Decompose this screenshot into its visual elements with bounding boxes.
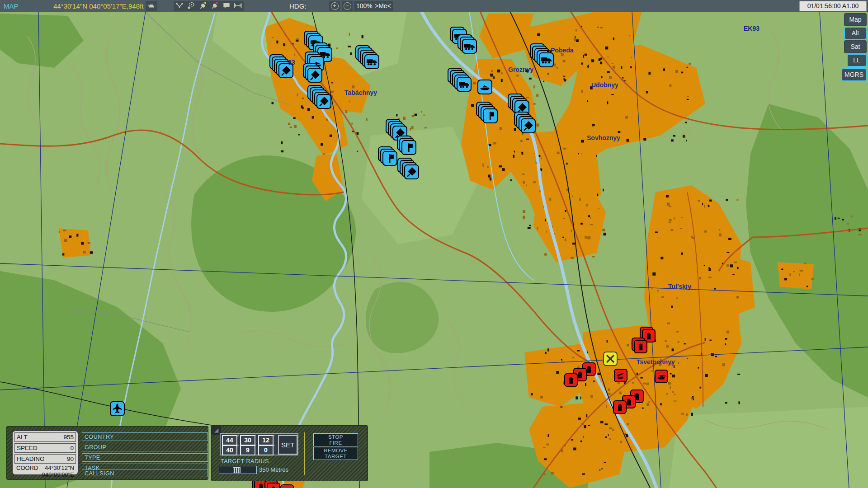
lat-sec-input[interactable]: 12 — [258, 435, 274, 446]
unit-aircraft[interactable] — [110, 401, 125, 416]
group-field: GROUP — [82, 443, 208, 451]
center-on-me-button[interactable]: >Me< — [373, 1, 393, 11]
unit-diamond[interactable] — [307, 68, 322, 83]
unit-flag[interactable] — [483, 108, 498, 123]
town-label: Groznyy — [508, 66, 533, 73]
map-overlay: TabáchnyyGroznyyPobedaUdobnyySovhoznyyTu… — [0, 0, 868, 488]
unit-bunker[interactable] — [564, 373, 578, 387]
town-label: Tsvetochnyy — [637, 358, 675, 366]
town-label: Pobeda — [547, 47, 574, 54]
unit-bunker[interactable] — [634, 340, 647, 353]
lon-sec-input[interactable]: 0 — [258, 445, 274, 455]
mgrs-coords-button[interactable]: MGRS — [841, 68, 867, 81]
target-coordinate-grid: 44 ° 30 ' 12 " 40 ° 9 ' 0 " SET — [220, 433, 298, 455]
alt-layer-button[interactable]: Alt — [844, 27, 867, 40]
unit-filter-button[interactable] — [146, 1, 157, 11]
sec-mark: " — [273, 444, 275, 449]
measure-tool-button[interactable] — [232, 1, 244, 11]
alt-row: ALT955 — [14, 432, 76, 442]
panel-divider — [304, 432, 305, 475]
deg-mark: ° — [237, 434, 239, 439]
radar-red-icon — [210, 1, 219, 12]
map-layer-button[interactable]: Map — [844, 13, 867, 26]
set-coordinates-button[interactable]: SET — [278, 435, 297, 455]
min-mark: ' — [255, 434, 256, 439]
route-tool-button[interactable] — [174, 1, 185, 11]
radar-off-button[interactable] — [209, 1, 221, 11]
lat-deg-input[interactable]: 44 — [222, 435, 237, 446]
sat-layer-button[interactable]: Sat — [844, 40, 867, 53]
target-radius-slider[interactable] — [219, 466, 257, 474]
message-icon — [222, 1, 231, 12]
town-label: Sovhoznyy — [587, 134, 620, 141]
message-tool-button[interactable] — [221, 1, 232, 11]
unit-tank[interactable] — [655, 370, 668, 383]
unit-diamond[interactable] — [404, 164, 419, 179]
telemetry-box: ALT955 SPEED0 HEADING90 COORD 44°30'12"N… — [12, 430, 79, 475]
callsign-field: CALLSIGN — [82, 469, 208, 477]
unit-bunker[interactable] — [267, 483, 280, 488]
unit-flag[interactable] — [401, 140, 416, 155]
dcs-f10-map-screen: TabáchnyyGroznyyPobedaUdobnyySovhoznyyTu… — [0, 0, 868, 488]
remove-target-button[interactable]: REMOVETARGET — [313, 447, 358, 460]
town-marker-dot — [547, 50, 549, 52]
radar-on-button[interactable] — [197, 1, 209, 11]
sec-mark: " — [273, 434, 275, 439]
zoom-in-button[interactable]: + — [329, 1, 340, 11]
unit-diamond[interactable] — [521, 118, 536, 133]
mission-time-display: 01/01:56:00 A1.00 — [799, 1, 867, 11]
ruler-icon — [233, 1, 242, 12]
map-mode-label: MAP — [4, 2, 19, 10]
unit-bunker[interactable] — [280, 484, 294, 488]
deg-mark: ° — [237, 444, 239, 449]
targeting-tool-button[interactable] — [185, 1, 197, 11]
target-radius-label: TARGET RADIUS — [221, 458, 269, 465]
country-field: COUNTRY — [82, 432, 208, 441]
slider-handle[interactable] — [233, 467, 241, 473]
unit-diamond[interactable] — [316, 94, 331, 109]
unit-flag[interactable] — [382, 151, 397, 166]
town-label: Tabáchnyy — [344, 89, 377, 96]
town-label: Udobnyy — [591, 81, 618, 89]
zoom-level-display: 100% — [354, 1, 375, 11]
town-label: Tul'skiy — [668, 283, 691, 290]
zoom-out-button[interactable]: − — [342, 1, 353, 11]
type-field: TYPE — [82, 453, 208, 462]
unit-truck[interactable] — [539, 52, 554, 67]
grid-square-label: EK93 — [744, 25, 760, 32]
unit-truck[interactable] — [462, 39, 477, 54]
cursor-coordinates: 44°30'14"N 040°05'17"E,948ft — [53, 2, 143, 10]
target-control-panel: ◢ 44 ° 30 ' 12 " 40 ° 9 ' 0 " SET TARGET… — [211, 425, 368, 481]
coord-row: COORD 44°30'12"N040°09'00"E — [16, 465, 74, 478]
unit-info-panel: ALT955 SPEED0 HEADING90 COORD 44°30'12"N… — [6, 426, 208, 480]
ll-coords-button[interactable]: LL — [847, 54, 867, 67]
tank-icon — [147, 1, 156, 12]
unit-truck[interactable] — [364, 54, 379, 69]
unit-boat[interactable] — [477, 80, 492, 94]
route-icon — [175, 1, 184, 12]
unit-rotor[interactable] — [603, 352, 618, 366]
min-mark: ' — [255, 444, 256, 449]
target-gear-icon — [187, 1, 196, 12]
lon-min-input[interactable]: 9 — [240, 445, 255, 455]
unit-mlrs[interactable] — [614, 369, 627, 382]
top-toolbar: MAP 44°30'14"N 040°05'17"E,948ft HDG: + … — [0, 0, 868, 12]
unit-bunker[interactable] — [613, 400, 627, 414]
radar-yellow-icon — [198, 1, 208, 12]
heading-label: HDG: — [289, 2, 307, 10]
stop-fire-button[interactable]: STOPFIRE — [313, 433, 358, 446]
lat-min-input[interactable]: 30 — [240, 435, 255, 446]
grid-square-label: 83 — [288, 59, 295, 66]
heading-row: HEADING90 — [14, 454, 76, 464]
speed-row: SPEED0 — [14, 443, 76, 453]
unit-truck[interactable] — [457, 77, 472, 92]
lon-deg-input[interactable]: 40 — [222, 445, 237, 455]
target-radius-value: 350 Metres — [259, 466, 288, 473]
